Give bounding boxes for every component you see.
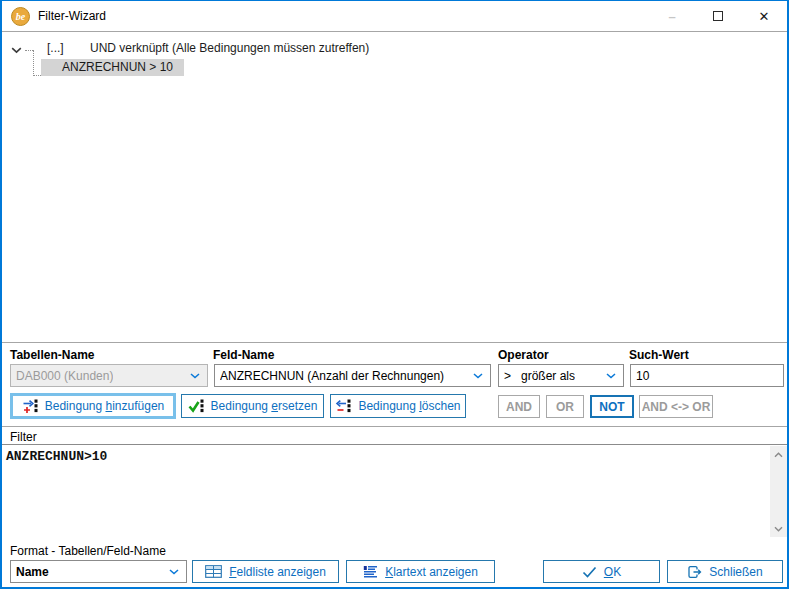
klartext-anzeigen-button[interactable]: Klartext anzeigen — [346, 560, 495, 583]
minimize-button: – — [649, 1, 695, 31]
button-label: Bedingung löschen — [358, 399, 460, 413]
and-or-toggle-button: AND <-> OR — [639, 395, 713, 418]
condition-editor: Tabellen-Name Feld-Name Operator Such-We… — [2, 342, 787, 426]
tree-expand-chevron-icon[interactable] — [11, 43, 22, 57]
operator-value: > größer als — [504, 369, 575, 383]
button-label: Klartext anzeigen — [385, 565, 478, 579]
filter-wizard-dialog: be Filter-Wizard – ✕ [...] UND verknüpft… — [0, 0, 789, 589]
button-label: Feldliste anzeigen — [229, 565, 326, 579]
delete-condition-icon — [335, 398, 351, 414]
exit-icon — [687, 565, 702, 579]
condition-tree: [...] UND verknüpft (Alle Bedingungen mü… — [2, 33, 787, 342]
format-label: Format - Tabellen/Feld-Name — [10, 544, 166, 558]
format-value: Name — [16, 565, 49, 579]
titlebar: be Filter-Wizard – ✕ — [2, 1, 787, 32]
app-logo-icon: be — [11, 7, 30, 26]
tabellen-name-label: Tabellen-Name — [10, 348, 94, 362]
and-button: AND — [498, 395, 540, 418]
chevron-down-icon[interactable] — [606, 373, 623, 379]
window-controls: – ✕ — [649, 1, 787, 31]
or-button: OR — [546, 395, 584, 418]
such-wert-label: Such-Wert — [629, 348, 689, 362]
such-wert-input[interactable] — [630, 364, 784, 387]
filter-section: Filter ANZRECHNUN>10 — [2, 426, 787, 538]
not-button[interactable]: NOT — [590, 395, 634, 418]
tree-child-connector — [33, 50, 41, 76]
scroll-up-icon[interactable] — [770, 446, 787, 463]
bedingung-hinzufuegen-button[interactable]: Bedingung hinzufügen — [10, 393, 176, 419]
field-list-icon — [205, 565, 222, 578]
feld-name-label: Feld-Name — [213, 348, 274, 362]
button-label: OK — [604, 565, 621, 579]
operator-select[interactable]: > größer als — [498, 364, 624, 387]
close-button[interactable]: ✕ — [741, 1, 787, 31]
feld-name-select[interactable]: ANZRECHNUN (Anzahl der Rechnungen) — [214, 364, 491, 387]
filter-label: Filter — [10, 430, 37, 444]
chevron-down-icon[interactable] — [473, 373, 490, 379]
chevron-down-icon — [190, 373, 207, 379]
format-select[interactable]: Name — [10, 560, 187, 583]
tree-condition-node-selected[interactable]: ANZRECHNUN > 10 — [41, 59, 184, 76]
scroll-down-icon[interactable] — [770, 520, 787, 537]
window-title: Filter-Wizard — [38, 9, 106, 23]
button-label: Bedingung ersetzen — [211, 399, 318, 413]
footer: Format - Tabellen/Feld-Name Name Feldlis… — [2, 538, 787, 587]
bedingung-ersetzen-button[interactable]: Bedingung ersetzen — [181, 394, 324, 418]
schliessen-button[interactable]: Schließen — [667, 560, 783, 583]
button-label: Schließen — [709, 565, 762, 579]
maximize-icon — [713, 11, 723, 21]
vertical-scrollbar[interactable] — [770, 446, 787, 537]
replace-condition-icon — [188, 398, 204, 414]
plain-text-icon — [363, 565, 378, 579]
filter-expression-box[interactable]: ANZRECHNUN>10 — [2, 444, 787, 539]
feld-name-value: ANZRECHNUN (Anzahl der Rechnungen) — [220, 369, 444, 383]
maximize-button[interactable] — [695, 1, 741, 31]
button-label: Bedingung hinzufügen — [45, 399, 164, 413]
tree-root-bracket[interactable]: [...] — [47, 41, 64, 55]
feldliste-anzeigen-button[interactable]: Feldliste anzeigen — [192, 560, 339, 583]
tabellen-name-value: DAB000 (Kunden) — [16, 369, 113, 383]
check-icon — [582, 566, 597, 578]
tabellen-name-select: DAB000 (Kunden) — [10, 364, 208, 387]
operator-label: Operator — [498, 348, 549, 362]
tree-connector-dots — [25, 50, 33, 51]
filter-expression-text: ANZRECHNUN>10 — [2, 445, 787, 464]
ok-button[interactable]: OK — [543, 560, 660, 583]
add-condition-icon — [22, 398, 38, 414]
tree-root-node[interactable]: UND verknüpft (Alle Bedingungen müssen z… — [90, 41, 369, 55]
bedingung-loeschen-button[interactable]: Bedingung löschen — [330, 394, 466, 418]
chevron-down-icon[interactable] — [169, 569, 186, 575]
